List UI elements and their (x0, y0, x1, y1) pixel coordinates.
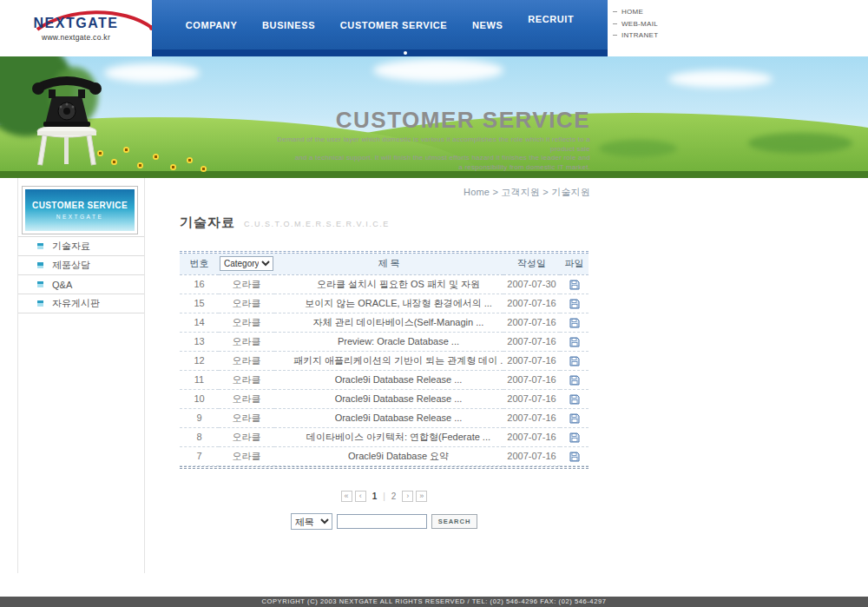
dash-bullet-icon (613, 11, 617, 12)
post-link[interactable]: 오라클 설치시 필요한 OS 패치 및 자원 (317, 279, 480, 289)
cell-file (560, 370, 589, 389)
disk-icon[interactable] (569, 452, 580, 462)
disk-icon[interactable] (569, 432, 580, 443)
utility-link[interactable]: INTRANET (613, 30, 868, 42)
main-nav: COMPANY BUSINESS CUSTOMER SERVICE NEWS R… (152, 0, 608, 49)
hero-banner: CUSTOMER SERVICE Demand of the user laye… (0, 56, 868, 178)
nav-strip-dot (404, 51, 407, 55)
disk-icon[interactable] (569, 375, 580, 386)
logo[interactable]: NEXTGATE www.nextgate.co.kr (0, 0, 152, 56)
disk-icon[interactable] (569, 337, 580, 347)
cell-subject: 데이타베이스 아키텍처: 연합형(Federate ... (274, 427, 503, 446)
flower-shape (111, 159, 117, 165)
bullet-icon (37, 281, 43, 287)
disk-icon[interactable] (569, 394, 580, 405)
search-input[interactable] (337, 514, 427, 529)
cell-file (560, 389, 589, 408)
sidebar-menu-item[interactable]: 자유게시판 (18, 294, 144, 313)
sidebar-menu: 기술자료 제품상담 Q&A 자유게시판 (18, 236, 144, 313)
nav-item[interactable]: CUSTOMER SERVICE (340, 20, 448, 30)
cell-subject: Oracle9i Database Release ... (274, 408, 503, 427)
bullet-icon (37, 300, 43, 307)
post-link[interactable]: Oracle9i Database Release ... (335, 412, 463, 423)
search-button[interactable]: SEARCH (431, 514, 478, 529)
table-row[interactable]: 15 오라클 보이지 않는 ORACLE, 내장형 환경에서의 ... 2007… (180, 294, 589, 313)
hero-description: Demand of the user layer which domestic … (260, 135, 590, 172)
page-prev-button[interactable]: ‹ (355, 491, 366, 502)
page-number[interactable]: 2 (388, 492, 400, 501)
flower-shape (187, 157, 193, 163)
post-link[interactable]: 패키지 애플리케이션의 기반이 되는 관계형 데이 ... (293, 355, 503, 366)
hero-title: CUSTOMER SERVICE (260, 107, 590, 133)
utility-link[interactable]: WEB-MAIL (613, 18, 868, 30)
board-table: 번호 Category 제 목 작성일 파일 16 오라클 (180, 254, 589, 466)
post-link[interactable]: 자체 관리 데이타베이스(Self-Managin ... (313, 317, 484, 327)
cell-date: 2007-07-16 (503, 408, 560, 427)
table-row[interactable]: 8 오라클 데이타베이스 아키텍처: 연합형(Federate ... 2007… (180, 427, 589, 446)
nav-item[interactable]: NEWS (472, 20, 503, 30)
post-link[interactable]: Oracle9i Database Release ... (335, 374, 463, 385)
nav-item[interactable]: COMPANY (186, 20, 238, 30)
table-row[interactable]: 7 오라클 Oracle9i Database 요약 2007-07-16 (180, 446, 589, 465)
table-row[interactable]: 10 오라클 Oracle9i Database Release ... 200… (180, 389, 589, 408)
cell-date: 2007-07-16 (503, 427, 560, 446)
cell-no: 12 (180, 351, 219, 370)
cell-no: 16 (180, 274, 219, 294)
table-row[interactable]: 16 오라클 오라클 설치시 필요한 OS 패치 및 자원 2007-07-30 (180, 274, 589, 294)
cell-subject: 자체 관리 데이타베이스(Self-Managin ... (274, 313, 503, 332)
disk-icon[interactable] (569, 356, 580, 366)
table-row[interactable]: 13 오라클 Preview: Oracle Database ... 2007… (180, 332, 589, 351)
cell-file (560, 427, 589, 446)
cloud-shape (104, 63, 200, 82)
cell-subject: Oracle9i Database Release ... (274, 389, 503, 408)
disk-icon[interactable] (569, 280, 580, 290)
cell-file (560, 313, 589, 332)
table-row[interactable]: 9 오라클 Oracle9i Database Release ... 2007… (180, 408, 589, 427)
breadcrumb[interactable]: Home > 고객지원 > 기술지원 (330, 186, 590, 199)
post-link[interactable]: Oracle9i Database Release ... (335, 393, 463, 404)
sidebar-menu-item[interactable]: 기술자료 (18, 237, 144, 256)
table-row[interactable]: 12 오라클 패키지 애플리케이션의 기반이 되는 관계형 데이 ... 200… (180, 351, 589, 370)
bullet-icon (37, 262, 43, 268)
cell-no: 15 (180, 294, 219, 313)
sidebar-menu-item[interactable]: Q&A (18, 275, 144, 294)
disk-icon[interactable] (569, 413, 580, 424)
dash-bullet-icon (613, 23, 617, 24)
cell-date: 2007-07-16 (503, 294, 560, 313)
col-header-no: 번호 (180, 254, 219, 274)
grass-ground (0, 171, 868, 178)
page-first-button[interactable]: « (341, 491, 352, 502)
post-link[interactable]: Preview: Oracle Database ... (338, 336, 459, 346)
cell-file (560, 274, 589, 294)
post-link[interactable]: Oracle9i Database 요약 (348, 451, 449, 461)
cell-date: 2007-07-16 (503, 351, 560, 370)
board: 번호 Category 제 목 작성일 파일 16 오라클 (180, 251, 589, 469)
sidebar-title-box-inner: CUSTOMER SERVICE NEXTGATE (25, 189, 135, 231)
utility-link[interactable]: HOME (613, 6, 868, 18)
cell-no: 14 (180, 313, 219, 332)
page-next-button[interactable]: › (402, 491, 413, 502)
cell-date: 2007-07-16 (503, 313, 560, 332)
cell-date: 2007-07-30 (503, 274, 560, 294)
search-field-select[interactable]: 제목 (291, 513, 332, 530)
nav-item[interactable]: RECRUIT (528, 14, 574, 24)
table-row[interactable]: 11 오라클 Oracle9i Database Release ... 200… (180, 370, 589, 389)
bush-shape (599, 140, 677, 157)
post-link[interactable]: 데이타베이스 아키텍처: 연합형(Federate ... (306, 432, 490, 442)
bullet-icon (37, 243, 43, 249)
disk-icon[interactable] (569, 299, 580, 309)
cell-no: 13 (180, 332, 219, 351)
page-title-suffix: C.U.S.T.O.M.E.R.S.E.R.V.I.C.E (244, 220, 390, 228)
table-row[interactable]: 14 오라클 자체 관리 데이타베이스(Self-Managin ... 200… (180, 313, 589, 332)
logo-wrap: NEXTGATE www.nextgate.co.kr (34, 16, 119, 42)
hero-description-line: a responsibility from domestic IT market… (260, 163, 590, 173)
nav-item[interactable]: BUSINESS (262, 20, 315, 30)
page-number-current[interactable]: 1 (369, 492, 381, 501)
category-filter-select[interactable]: Category (220, 256, 273, 271)
sidebar-menu-item[interactable]: 제품상담 (18, 256, 144, 275)
post-link[interactable]: 보이지 않는 ORACLE, 내장형 환경에서의 ... (305, 298, 492, 308)
disk-icon[interactable] (569, 318, 580, 328)
page-last-button[interactable]: » (416, 491, 427, 502)
logo-url: www.nextgate.co.kr (34, 33, 119, 42)
page-title: 기술자료 (180, 214, 235, 231)
